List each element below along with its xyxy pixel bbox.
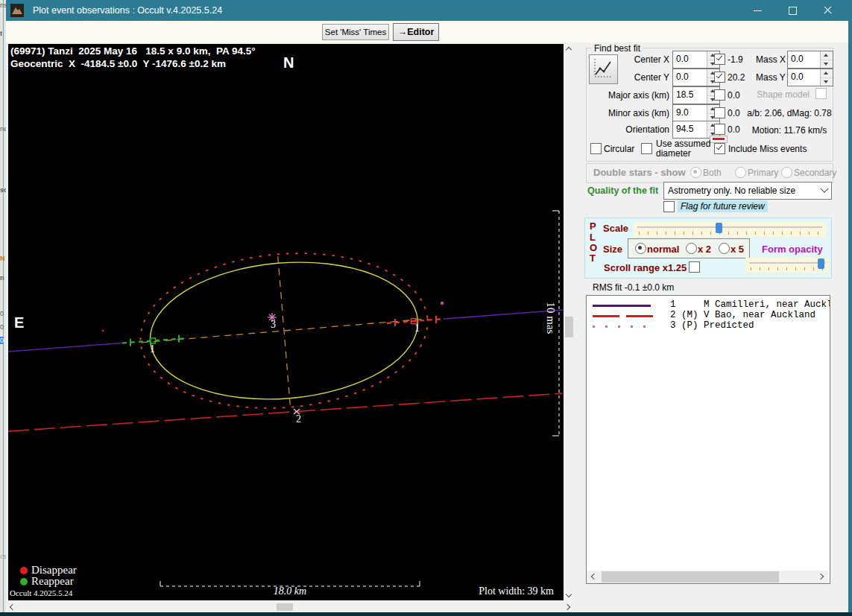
- use-assumed-diameter-checkbox[interactable]: [641, 143, 652, 154]
- double-primary-radio[interactable]: [735, 167, 746, 178]
- center-x-value[interactable]: 0.0: [673, 51, 707, 68]
- offset3-checkbox[interactable]: [714, 89, 725, 101]
- sliver-fragment: 0: [0, 323, 4, 331]
- circular-label: Circular: [604, 144, 634, 154]
- quality-of-fit-label: Quality of the fit: [587, 185, 658, 196]
- maximize-button[interactable]: [776, 0, 809, 21]
- window-border-right: [848, 0, 852, 616]
- quality-of-fit-combobox[interactable]: Astrometry only. No reliable size: [663, 182, 832, 200]
- offset3-label: 0.0: [728, 90, 740, 101]
- sliver-fragment: t: [0, 30, 2, 37]
- quality-of-fit-value: Astrometry only. No reliable size: [668, 185, 795, 196]
- double-both-label: Both: [703, 168, 722, 178]
- observer-row[interactable]: 2 (M) V Bao, near Auckland: [670, 310, 815, 320]
- km-scale-label: 18.0 km: [260, 585, 320, 597]
- minor-axis-spinner[interactable]: 9.0: [672, 104, 720, 122]
- editor-button[interactable]: →Editor: [393, 23, 439, 41]
- sliver-fragment: so: [0, 186, 6, 194]
- plot-area[interactable]: (69971) Tanzi 2025 May 16 18.5 x 9.0 km,…: [8, 44, 564, 600]
- plot-letter-p: P: [590, 220, 596, 232]
- plot-letter-t: T: [590, 253, 596, 264]
- scale-slider[interactable]: [634, 222, 826, 237]
- scale-slider-thumb[interactable]: [716, 223, 722, 233]
- observer-row[interactable]: 3 (P) Predicted: [670, 320, 754, 331]
- center-y-value[interactable]: 0.0: [673, 69, 707, 86]
- spin-down-icon[interactable]: [821, 78, 833, 86]
- set-miss-times-button[interactable]: Set 'Miss' Times: [322, 24, 389, 40]
- spin-up-icon[interactable]: [821, 51, 833, 60]
- plot-letter-l: L: [590, 232, 596, 243]
- major-axis-value[interactable]: 18.5: [673, 87, 707, 104]
- rms-fit-label: RMS fit -0.1 ±0.0 km: [593, 282, 674, 293]
- form-opacity-slider[interactable]: [745, 258, 829, 273]
- offset1-checkbox[interactable]: [714, 54, 725, 65]
- listbox-scrollbar-thumb[interactable]: [602, 571, 779, 582]
- size-x5-radio[interactable]: [719, 243, 730, 254]
- minimize-button[interactable]: [741, 0, 774, 21]
- reappear-legend-dot: [20, 578, 28, 585]
- scroll-right-icon[interactable]: [818, 574, 824, 580]
- scroll-left-icon[interactable]: [10, 604, 16, 610]
- mass-x-value[interactable]: 0.0: [788, 51, 820, 68]
- scroll-right-icon[interactable]: [564, 604, 570, 610]
- double-both-radio[interactable]: [690, 167, 701, 178]
- offset4-checkbox[interactable]: [714, 107, 725, 118]
- size-x2-radio[interactable]: [686, 243, 697, 254]
- flag-review-checkbox[interactable]: [663, 201, 675, 212]
- ab-dmag-label: a/b: 2.06, dMag: 0.78: [745, 108, 834, 118]
- center-x-spinner[interactable]: 0.0: [672, 51, 720, 69]
- plot-horizontal-scrollbar[interactable]: [6, 602, 574, 612]
- orientation-label: Orientation: [596, 124, 669, 135]
- listbox-horizontal-scrollbar[interactable]: [587, 571, 828, 583]
- mass-y-value[interactable]: 0.0: [788, 69, 820, 86]
- sliver-fragment: n: [0, 274, 4, 282]
- mass-y-spinner[interactable]: 0.0: [787, 69, 833, 86]
- flag-review-label: Flag for future review: [678, 200, 768, 212]
- form-opacity-slider-thumb[interactable]: [818, 258, 824, 269]
- offset2-label: 20.2: [728, 72, 745, 83]
- orientation-value[interactable]: 94.5: [673, 121, 707, 138]
- scroll-down-icon[interactable]: [566, 591, 572, 597]
- include-miss-events-checkbox[interactable]: [714, 143, 725, 154]
- window-title: Plot event observations : Occult v.4.202…: [33, 5, 222, 16]
- shape-model-checkbox[interactable]: [815, 88, 827, 99]
- offset5-checkbox[interactable]: [714, 124, 725, 135]
- scroll-left-icon[interactable]: [591, 574, 597, 580]
- background-window-sliver: ns t ne so N n 0 0 0 cs: [0, 0, 6, 616]
- spin-up-icon[interactable]: [821, 69, 833, 78]
- observer-row[interactable]: 1 M Camilleri, near Auckl: [670, 299, 830, 310]
- plot-letter-o: O: [590, 242, 597, 253]
- scroll-range-checkbox[interactable]: [689, 261, 700, 273]
- major-axis-spinner[interactable]: 18.5: [672, 86, 720, 104]
- vertical-scrollbar-thumb[interactable]: [565, 317, 573, 337]
- minor-axis-value[interactable]: 9.0: [673, 105, 707, 121]
- chord1-reappear-label: 1: [150, 343, 155, 355]
- size-normal-radio[interactable]: [635, 243, 646, 254]
- titlebar[interactable]: Plot event observations : Occult v.4.202…: [6, 0, 852, 21]
- spin-down-icon[interactable]: [821, 60, 833, 69]
- predicted-line-swatch: [593, 326, 652, 328]
- horizontal-scrollbar-thumb[interactable]: [277, 603, 293, 611]
- plot-width-label: Plot width: 39 km: [470, 585, 554, 597]
- mass-y-label: Mass Y: [756, 72, 786, 83]
- size-label: Size: [603, 244, 622, 255]
- double-secondary-radio[interactable]: [781, 167, 792, 178]
- major-axis-label: Major axis (km): [596, 90, 669, 101]
- close-button[interactable]: [811, 0, 844, 21]
- offset2-checkbox[interactable]: [714, 72, 725, 83]
- plot-version-label: Occult 4.2025.5.24: [10, 588, 72, 597]
- mass-x-spinner[interactable]: 0.0: [787, 51, 833, 69]
- center-y-label: Center Y: [596, 72, 669, 83]
- sliver-fragment: ns: [0, 1, 6, 9]
- occultation-plot-canvas[interactable]: [8, 44, 564, 600]
- circular-checkbox[interactable]: [590, 143, 602, 154]
- plot-vertical-scrollbar[interactable]: [564, 44, 575, 600]
- observer-listbox[interactable]: 1 M Camilleri, near Auckl 2 (M) V Bao, n…: [586, 295, 830, 584]
- right-panel: Find best fit Center X 0.0 -1.9 Mass X 0…: [575, 42, 848, 612]
- plot-header-line2: Geocentric X -4184.5 ±0.0 Y -1476.6 ±0.2…: [10, 58, 226, 69]
- scroll-up-icon[interactable]: [566, 47, 572, 53]
- east-label: E: [14, 314, 24, 331]
- center-y-spinner[interactable]: 0.0: [672, 69, 720, 86]
- sliver-accent-line: [3, 0, 4, 616]
- reappear-legend-label: Reappear: [31, 575, 74, 588]
